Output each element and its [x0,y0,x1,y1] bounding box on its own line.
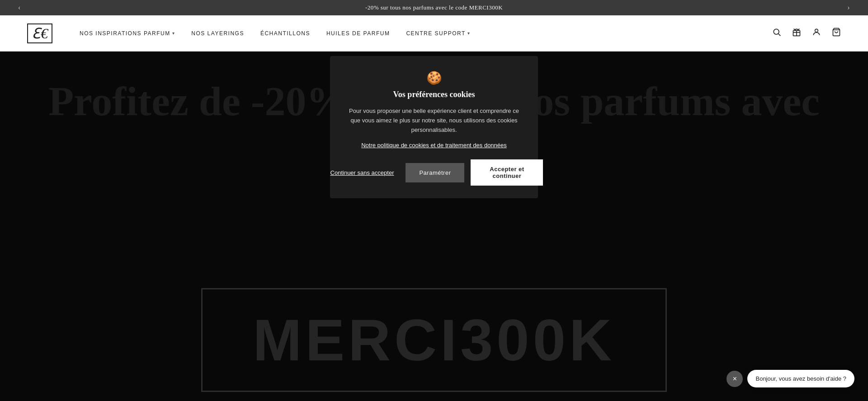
nav-item-echantillons[interactable]: ÉCHANTILLONS [260,30,310,37]
nav-item-inspirations[interactable]: NOS INSPIRATIONS PARFUM ▾ [80,30,175,37]
main-nav: NOS INSPIRATIONS PARFUM ▾ NOS LAYERINGS … [80,30,772,37]
nav-item-layerings[interactable]: NOS LAYERINGS [191,30,244,37]
svg-line-1 [778,34,781,36]
announcement-bar: ‹ -20% sur tous nos parfums avec le code… [0,0,868,15]
nav-label-huiles: HUILES DE PARFUM [326,30,390,37]
logo[interactable]: Ɛ€ [27,23,52,43]
announcement-text: -20% sur tous nos parfums avec le code M… [21,4,847,11]
cookie-policy-link[interactable]: Notre politique de cookies et de traitem… [346,142,522,149]
chevron-down-icon-support: ▾ [467,31,471,36]
cookie-buttons: Continuer sans accepter Paramétrer Accep… [346,159,522,186]
cookie-overlay: 🍪 Vos préférences cookies Pour vous prop… [0,51,868,401]
nav-label-echantillons: ÉCHANTILLONS [260,30,310,37]
chat-message: Bonjour, vous avez besoin d'aide ? [747,370,854,387]
logo-text: Ɛ€ [27,23,52,43]
nav-label-inspirations: NOS INSPIRATIONS PARFUM [80,30,170,37]
next-arrow[interactable]: › [847,4,850,12]
nav-label-centre-support: CENTRE SUPPORT [406,30,465,37]
skip-button[interactable]: Continuer sans accepter [325,166,400,180]
header-icons [772,28,841,39]
svg-point-0 [774,29,779,34]
search-icon[interactable] [772,28,781,39]
cookie-title: Vos préférences cookies [346,90,522,99]
hero-section: Profitez de -20% sur tous nos parfums av… [0,51,868,401]
cookie-icon: 🍪 [346,70,522,85]
gift-icon[interactable] [792,28,801,39]
account-icon[interactable] [812,28,821,39]
header: Ɛ€ NOS INSPIRATIONS PARFUM ▾ NOS LAYERIN… [0,15,868,51]
nav-item-centre-support[interactable]: CENTRE SUPPORT ▾ [406,30,470,37]
parametrer-button[interactable]: Paramétrer [406,163,464,182]
cookie-modal: 🍪 Vos préférences cookies Pour vous prop… [330,56,538,198]
cookie-body: Pour vous proposer une belle expérience … [346,107,522,135]
chat-close-button[interactable]: × [726,371,743,387]
cart-icon[interactable] [832,28,841,39]
nav-item-huiles[interactable]: HUILES DE PARFUM [326,30,390,37]
accept-button[interactable]: Accepter et continuer [471,159,543,186]
svg-point-4 [815,29,818,32]
chat-widget: × Bonjour, vous avez besoin d'aide ? [726,370,854,387]
nav-label-layerings: NOS LAYERINGS [191,30,244,37]
chevron-down-icon: ▾ [172,31,175,36]
